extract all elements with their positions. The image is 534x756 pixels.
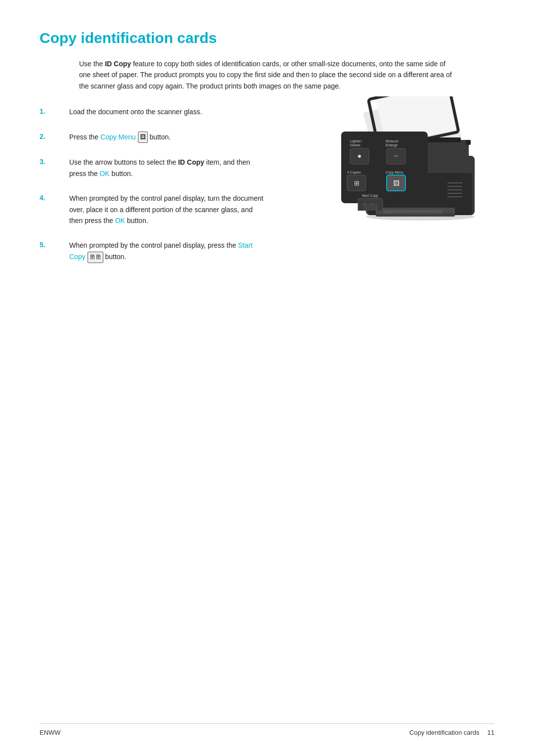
svg-text:Darker: Darker [350, 143, 361, 147]
svg-text:⊞: ⊞ [354, 179, 359, 187]
step-1-number: 1. [40, 106, 69, 117]
step-5-row: 5. When prompted by the control panel di… [40, 240, 494, 263]
step-4-text: When prompted by the control panel displ… [69, 193, 267, 226]
step-5-number: 5. [40, 240, 69, 249]
svg-text:🖾: 🖾 [393, 179, 400, 187]
svg-text:↔: ↔ [394, 153, 399, 159]
page-footer: ENWW Copy identification cards 11 [40, 723, 494, 736]
page-title: Copy identification cards [40, 30, 494, 46]
svg-text:Start Copy: Start Copy [361, 194, 378, 198]
control-panel-image: Lighter/ Darker Reduce/ Enlarge ● ↔ # Co… [336, 127, 455, 212]
step-3-number: 3. [40, 157, 69, 166]
id-copy-bold-3: ID Copy [178, 158, 204, 166]
footer-enww: ENWW [40, 729, 61, 736]
step-2-text: Press the Copy Menu 🖾 button. [69, 132, 267, 143]
id-copy-bold: ID Copy [105, 60, 131, 68]
footer-right: Copy identification cards 11 [409, 729, 494, 736]
footer-section-title: Copy identification cards [409, 729, 480, 736]
svg-text:⬛⬛: ⬛⬛ [363, 203, 378, 210]
start-copy-icon: 🖹🖹 [88, 252, 103, 263]
step-1-text-col: 1. Load the document onto the scanner gl… [40, 106, 247, 117]
step-3-text: Use the arrow buttons to select the ID C… [69, 157, 267, 179]
svg-text:# Copies: # Copies [347, 171, 361, 175]
ok-link-3: OK [99, 170, 109, 178]
svg-point-23 [366, 213, 475, 221]
ok-link-4: OK [115, 217, 125, 224]
step-5-text: When prompted by the control panel displ… [69, 240, 267, 263]
step-2-row: 2. Press the Copy Menu 🖾 button. Lighter… [40, 132, 494, 143]
svg-text:Reduce/: Reduce/ [386, 139, 399, 143]
svg-text:Lighter/: Lighter/ [350, 139, 361, 143]
copy-menu-link: Copy Menu [100, 133, 136, 141]
step-1-text: Load the document onto the scanner glass… [69, 106, 247, 117]
step-4-number: 4. [40, 193, 69, 202]
page-container: Copy identification cards Use the ID Cop… [0, 0, 534, 756]
step-1-row: 1. Load the document onto the scanner gl… [40, 106, 494, 117]
step-2-number: 2. [40, 132, 69, 140]
intro-paragraph: Use the ID Copy feature to copy both sid… [79, 58, 455, 91]
svg-text:Copy Menu: Copy Menu [386, 171, 403, 175]
copy-menu-icon: 🖾 [138, 132, 148, 143]
steps-area: 1. Load the document onto the scanner gl… [40, 106, 494, 263]
svg-text:●: ● [357, 152, 361, 160]
footer-page-number: 11 [488, 729, 494, 736]
svg-text:Enlarge: Enlarge [386, 143, 398, 147]
control-panel-svg: Lighter/ Darker Reduce/ Enlarge ● ↔ # Co… [336, 127, 435, 211]
